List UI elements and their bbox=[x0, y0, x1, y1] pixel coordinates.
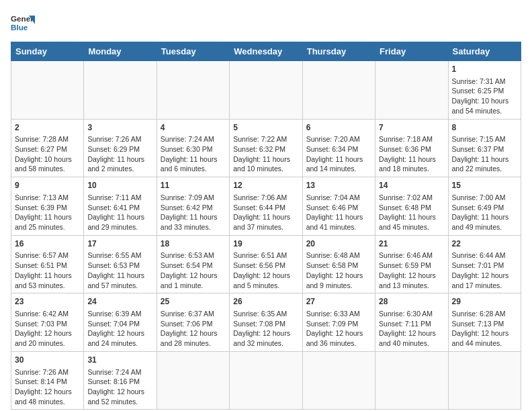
calendar-cell: 19Sunrise: 6:51 AM Sunset: 6:56 PM Dayli… bbox=[230, 235, 302, 293]
calendar-cell: 30Sunrise: 7:26 AM Sunset: 8:14 PM Dayli… bbox=[11, 351, 84, 410]
day-number: 7 bbox=[379, 122, 444, 134]
calendar-cell bbox=[448, 351, 521, 410]
day-number: 22 bbox=[452, 238, 517, 250]
day-number: 15 bbox=[452, 180, 517, 191]
calendar-cell: 18Sunrise: 6:53 AM Sunset: 6:54 PM Dayli… bbox=[157, 235, 229, 293]
day-number: 16 bbox=[15, 238, 80, 250]
day-number: 2 bbox=[15, 122, 80, 134]
calendar-cell: 3Sunrise: 7:26 AM Sunset: 6:29 PM Daylig… bbox=[84, 119, 157, 177]
day-info: Sunrise: 6:53 AM Sunset: 6:54 PM Dayligh… bbox=[161, 250, 226, 290]
calendar-cell: 31Sunrise: 7:24 AM Sunset: 8:16 PM Dayli… bbox=[84, 351, 157, 410]
weekday-header-tuesday: Tuesday bbox=[157, 42, 229, 61]
day-number: 17 bbox=[87, 238, 152, 250]
day-number: 11 bbox=[161, 180, 226, 191]
day-info: Sunrise: 7:15 AM Sunset: 6:37 PM Dayligh… bbox=[452, 134, 517, 174]
calendar-cell: 17Sunrise: 6:55 AM Sunset: 6:53 PM Dayli… bbox=[84, 235, 157, 293]
day-info: Sunrise: 7:13 AM Sunset: 6:39 PM Dayligh… bbox=[15, 193, 80, 232]
calendar-cell: 11Sunrise: 7:09 AM Sunset: 6:42 PM Dayli… bbox=[157, 177, 229, 236]
day-info: Sunrise: 6:55 AM Sunset: 6:53 PM Dayligh… bbox=[87, 250, 152, 290]
calendar-cell: 7Sunrise: 7:18 AM Sunset: 6:36 PM Daylig… bbox=[375, 119, 448, 177]
day-info: Sunrise: 6:35 AM Sunset: 7:08 PM Dayligh… bbox=[233, 309, 298, 349]
day-info: Sunrise: 6:51 AM Sunset: 6:56 PM Dayligh… bbox=[233, 250, 298, 290]
day-number: 21 bbox=[379, 238, 444, 250]
day-number: 31 bbox=[87, 355, 152, 366]
day-number: 18 bbox=[161, 238, 226, 250]
day-info: Sunrise: 6:39 AM Sunset: 7:04 PM Dayligh… bbox=[87, 309, 152, 349]
day-info: Sunrise: 7:24 AM Sunset: 8:16 PM Dayligh… bbox=[87, 367, 152, 407]
day-info: Sunrise: 7:28 AM Sunset: 6:27 PM Dayligh… bbox=[15, 134, 80, 174]
day-number: 5 bbox=[233, 122, 298, 134]
calendar-week-6: 30Sunrise: 7:26 AM Sunset: 8:14 PM Dayli… bbox=[11, 351, 521, 410]
calendar-cell bbox=[157, 61, 229, 120]
day-number: 27 bbox=[306, 296, 371, 308]
day-info: Sunrise: 6:42 AM Sunset: 7:03 PM Dayligh… bbox=[15, 309, 80, 349]
calendar-cell: 24Sunrise: 6:39 AM Sunset: 7:04 PM Dayli… bbox=[84, 293, 157, 352]
day-number: 1 bbox=[452, 64, 517, 75]
calendar-week-5: 23Sunrise: 6:42 AM Sunset: 7:03 PM Dayli… bbox=[11, 293, 521, 352]
calendar-week-4: 16Sunrise: 6:57 AM Sunset: 6:51 PM Dayli… bbox=[11, 235, 521, 293]
calendar-cell: 15Sunrise: 7:00 AM Sunset: 6:49 PM Dayli… bbox=[448, 177, 521, 236]
day-number: 26 bbox=[233, 296, 298, 308]
calendar-cell: 9Sunrise: 7:13 AM Sunset: 6:39 PM Daylig… bbox=[11, 177, 84, 236]
calendar-cell: 16Sunrise: 6:57 AM Sunset: 6:51 PM Dayli… bbox=[11, 235, 84, 293]
weekday-header-monday: Monday bbox=[84, 42, 157, 61]
day-info: Sunrise: 7:06 AM Sunset: 6:44 PM Dayligh… bbox=[233, 193, 298, 232]
day-info: Sunrise: 7:00 AM Sunset: 6:49 PM Dayligh… bbox=[452, 193, 517, 232]
calendar-week-1: 1Sunrise: 7:31 AM Sunset: 6:25 PM Daylig… bbox=[11, 61, 521, 120]
day-info: Sunrise: 6:48 AM Sunset: 6:58 PM Dayligh… bbox=[306, 250, 371, 290]
day-info: Sunrise: 6:28 AM Sunset: 7:13 PM Dayligh… bbox=[452, 309, 517, 349]
calendar-cell bbox=[302, 351, 375, 410]
day-info: Sunrise: 6:44 AM Sunset: 7:01 PM Dayligh… bbox=[452, 250, 517, 290]
calendar-cell: 13Sunrise: 7:04 AM Sunset: 6:46 PM Dayli… bbox=[302, 177, 375, 236]
calendar-cell: 23Sunrise: 6:42 AM Sunset: 7:03 PM Dayli… bbox=[11, 293, 84, 352]
day-number: 20 bbox=[306, 238, 371, 250]
calendar-cell bbox=[375, 351, 448, 410]
calendar-cell: 28Sunrise: 6:30 AM Sunset: 7:11 PM Dayli… bbox=[375, 293, 448, 352]
day-number: 24 bbox=[87, 296, 152, 308]
day-info: Sunrise: 7:31 AM Sunset: 6:25 PM Dayligh… bbox=[452, 77, 517, 116]
day-info: Sunrise: 7:09 AM Sunset: 6:42 PM Dayligh… bbox=[161, 193, 226, 232]
day-info: Sunrise: 7:11 AM Sunset: 6:41 PM Dayligh… bbox=[87, 193, 152, 232]
weekday-header-row: SundayMondayTuesdayWednesdayThursdayFrid… bbox=[11, 42, 521, 61]
calendar-cell: 10Sunrise: 7:11 AM Sunset: 6:41 PM Dayli… bbox=[84, 177, 157, 236]
calendar-cell: 5Sunrise: 7:22 AM Sunset: 6:32 PM Daylig… bbox=[230, 119, 302, 177]
calendar-header: SundayMondayTuesdayWednesdayThursdayFrid… bbox=[11, 42, 521, 61]
calendar-cell bbox=[230, 61, 302, 120]
calendar-cell: 14Sunrise: 7:02 AM Sunset: 6:48 PM Dayli… bbox=[375, 177, 448, 236]
calendar-week-3: 9Sunrise: 7:13 AM Sunset: 6:39 PM Daylig… bbox=[11, 177, 521, 236]
calendar-cell: 21Sunrise: 6:46 AM Sunset: 6:59 PM Dayli… bbox=[375, 235, 448, 293]
logo: General Blue bbox=[11, 11, 35, 35]
day-number: 9 bbox=[15, 180, 80, 191]
calendar-cell: 25Sunrise: 6:37 AM Sunset: 7:06 PM Dayli… bbox=[157, 293, 229, 352]
calendar-cell: 1Sunrise: 7:31 AM Sunset: 6:25 PM Daylig… bbox=[448, 61, 521, 120]
calendar-cell: 12Sunrise: 7:06 AM Sunset: 6:44 PM Dayli… bbox=[230, 177, 302, 236]
calendar-cell bbox=[375, 61, 448, 120]
day-info: Sunrise: 7:24 AM Sunset: 6:30 PM Dayligh… bbox=[161, 134, 226, 174]
day-number: 6 bbox=[306, 122, 371, 134]
calendar-cell bbox=[157, 351, 229, 410]
day-info: Sunrise: 7:22 AM Sunset: 6:32 PM Dayligh… bbox=[233, 134, 298, 174]
calendar-cell: 27Sunrise: 6:33 AM Sunset: 7:09 PM Dayli… bbox=[302, 293, 375, 352]
day-number: 8 bbox=[452, 122, 517, 134]
weekday-header-thursday: Thursday bbox=[302, 42, 375, 61]
calendar-cell bbox=[302, 61, 375, 120]
calendar-cell: 22Sunrise: 6:44 AM Sunset: 7:01 PM Dayli… bbox=[448, 235, 521, 293]
day-number: 30 bbox=[15, 355, 80, 366]
day-info: Sunrise: 7:26 AM Sunset: 8:14 PM Dayligh… bbox=[15, 367, 80, 407]
calendar-cell bbox=[230, 351, 302, 410]
svg-text:Blue: Blue bbox=[11, 23, 28, 32]
calendar-body: 1Sunrise: 7:31 AM Sunset: 6:25 PM Daylig… bbox=[11, 61, 521, 410]
page-header: General Blue bbox=[11, 11, 521, 35]
day-number: 25 bbox=[161, 296, 226, 308]
calendar-table: SundayMondayTuesdayWednesdayThursdayFrid… bbox=[11, 42, 521, 410]
calendar-cell: 4Sunrise: 7:24 AM Sunset: 6:30 PM Daylig… bbox=[157, 119, 229, 177]
weekday-header-friday: Friday bbox=[375, 42, 448, 61]
day-number: 13 bbox=[306, 180, 371, 191]
day-info: Sunrise: 7:18 AM Sunset: 6:36 PM Dayligh… bbox=[379, 134, 444, 174]
weekday-header-saturday: Saturday bbox=[448, 42, 521, 61]
day-info: Sunrise: 6:30 AM Sunset: 7:11 PM Dayligh… bbox=[379, 309, 444, 349]
day-number: 28 bbox=[379, 296, 444, 308]
day-info: Sunrise: 6:37 AM Sunset: 7:06 PM Dayligh… bbox=[161, 309, 226, 349]
day-info: Sunrise: 7:02 AM Sunset: 6:48 PM Dayligh… bbox=[379, 193, 444, 232]
logo-icon: General Blue bbox=[11, 11, 35, 35]
